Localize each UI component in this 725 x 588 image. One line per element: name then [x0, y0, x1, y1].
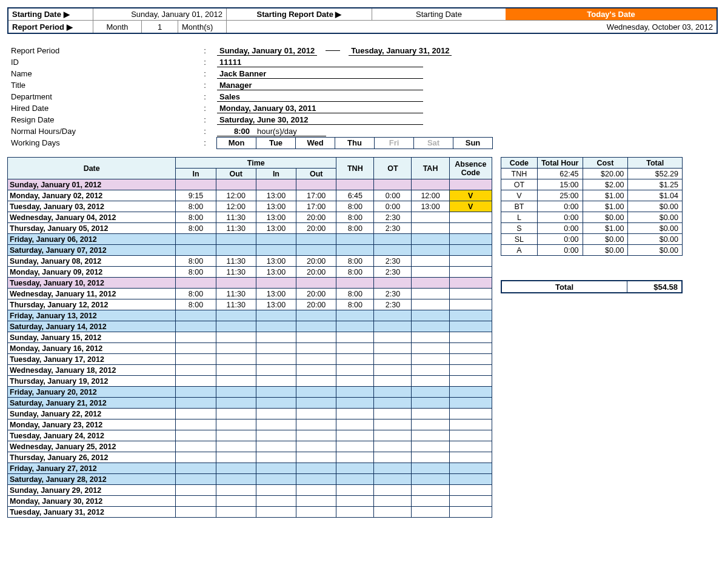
- cell-tnh[interactable]: [336, 496, 374, 507]
- cell-out1[interactable]: 11:30: [216, 223, 256, 234]
- cell-in2[interactable]: [256, 419, 296, 430]
- cell-date[interactable]: Wednesday, January 11, 2012: [8, 289, 176, 299]
- cell-out2[interactable]: [296, 419, 336, 430]
- cell-ot[interactable]: [374, 387, 412, 398]
- cell-in2[interactable]: [256, 441, 296, 452]
- cell-date[interactable]: Thursday, January 12, 2012: [8, 299, 176, 310]
- cell-tnh[interactable]: [336, 485, 374, 496]
- cell-in1[interactable]: [176, 376, 216, 387]
- cell-date[interactable]: Tuesday, January 03, 2012: [8, 201, 176, 212]
- cell-abs[interactable]: [449, 332, 492, 343]
- table-row[interactable]: Sunday, January 01, 2012: [8, 179, 492, 190]
- cell-tah[interactable]: [412, 223, 449, 234]
- cell-tnh[interactable]: [336, 179, 374, 190]
- cell-abs[interactable]: [449, 441, 492, 452]
- table-row[interactable]: Sunday, January 08, 20128:0011:3013:0020…: [8, 256, 492, 267]
- cell-out1[interactable]: 11:30: [216, 256, 256, 267]
- cell-in2[interactable]: [256, 496, 296, 507]
- cell-in1[interactable]: [176, 179, 216, 190]
- cell-in2[interactable]: [256, 343, 296, 354]
- cell-in1[interactable]: [176, 332, 216, 343]
- cell-out2[interactable]: [296, 452, 336, 463]
- cell-tah[interactable]: [412, 267, 449, 278]
- cell-ot[interactable]: 2:30: [374, 267, 412, 278]
- cell-tnh[interactable]: [336, 441, 374, 452]
- cell-out2[interactable]: [296, 485, 336, 496]
- cell-abs[interactable]: [449, 409, 492, 419]
- cell-tnh[interactable]: [336, 409, 374, 419]
- cell-tah[interactable]: 12:00: [412, 190, 449, 201]
- cell-out2[interactable]: [296, 310, 336, 321]
- cell-in1[interactable]: [176, 245, 216, 256]
- cell-ot[interactable]: [374, 354, 412, 365]
- cell-in2[interactable]: [256, 387, 296, 398]
- timesheet-table[interactable]: Date Time TNH OT TAH Absence Code In Out…: [7, 157, 492, 518]
- table-row[interactable]: Monday, January 02, 20129:1512:0013:0017…: [8, 190, 492, 201]
- cell-tnh[interactable]: [336, 343, 374, 354]
- cell-tnh[interactable]: [336, 419, 374, 430]
- cell-ot[interactable]: [374, 409, 412, 419]
- cell-in1[interactable]: [176, 278, 216, 289]
- cell-in2[interactable]: 13:00: [256, 223, 296, 234]
- wd-sun[interactable]: Sun: [453, 137, 493, 149]
- starting-date-value[interactable]: Sunday, January 01, 2012: [93, 8, 227, 21]
- cell-abs[interactable]: [449, 299, 492, 310]
- cell-ot[interactable]: [374, 278, 412, 289]
- cell-abs[interactable]: [449, 234, 492, 245]
- cell-tah[interactable]: [412, 234, 449, 245]
- cell-out1[interactable]: [216, 376, 256, 387]
- cell-ot[interactable]: 2:30: [374, 223, 412, 234]
- wd-mon[interactable]: Mon: [216, 137, 256, 149]
- info-hours-value[interactable]: 8:00hour(s)/day: [217, 127, 326, 136]
- cell-out1[interactable]: [216, 245, 256, 256]
- cell-out2[interactable]: 20:00: [296, 256, 336, 267]
- cell-out2[interactable]: [296, 496, 336, 507]
- wd-thu[interactable]: Thu: [335, 137, 375, 149]
- cell-in2[interactable]: [256, 179, 296, 190]
- cell-in1[interactable]: [176, 452, 216, 463]
- cell-date[interactable]: Wednesday, January 18, 2012: [8, 365, 176, 376]
- cell-tnh[interactable]: [336, 430, 374, 441]
- cell-out1[interactable]: 11:30: [216, 267, 256, 278]
- cell-ot[interactable]: 2:30: [374, 289, 412, 299]
- cell-in1[interactable]: [176, 398, 216, 409]
- cell-in1[interactable]: [176, 430, 216, 441]
- cell-out1[interactable]: 12:00: [216, 201, 256, 212]
- cell-date[interactable]: Saturday, January 07, 2012: [8, 245, 176, 256]
- cell-ot[interactable]: [374, 398, 412, 409]
- cell-in1[interactable]: 8:00: [176, 223, 216, 234]
- cell-ot[interactable]: [374, 234, 412, 245]
- cell-ot[interactable]: [374, 430, 412, 441]
- cell-date[interactable]: Friday, January 06, 2012: [8, 234, 176, 245]
- cell-abs[interactable]: [449, 430, 492, 441]
- cell-out1[interactable]: [216, 430, 256, 441]
- cell-out2[interactable]: [296, 376, 336, 387]
- cell-tah[interactable]: [412, 179, 449, 190]
- cell-tah[interactable]: [412, 496, 449, 507]
- cell-in2[interactable]: 13:00: [256, 201, 296, 212]
- cell-abs[interactable]: [449, 354, 492, 365]
- cell-out2[interactable]: [296, 441, 336, 452]
- cell-ot[interactable]: 2:30: [374, 256, 412, 267]
- cell-in1[interactable]: [176, 387, 216, 398]
- cell-tah[interactable]: [412, 321, 449, 332]
- cell-in1[interactable]: [176, 409, 216, 419]
- cell-in1[interactable]: [176, 507, 216, 518]
- cell-abs[interactable]: [449, 387, 492, 398]
- cell-in1[interactable]: [176, 441, 216, 452]
- cell-out2[interactable]: [296, 234, 336, 245]
- cell-tnh[interactable]: [336, 245, 374, 256]
- table-row[interactable]: Thursday, January 12, 20128:0011:3013:00…: [8, 299, 492, 310]
- table-row[interactable]: Monday, January 16, 2012: [8, 343, 492, 354]
- cell-tah[interactable]: [412, 419, 449, 430]
- cell-tnh[interactable]: [336, 354, 374, 365]
- cell-out1[interactable]: [216, 398, 256, 409]
- cell-abs[interactable]: [449, 212, 492, 223]
- cell-in2[interactable]: [256, 354, 296, 365]
- cell-in1[interactable]: [176, 419, 216, 430]
- cell-in1[interactable]: 8:00: [176, 256, 216, 267]
- cell-in1[interactable]: [176, 321, 216, 332]
- cell-in1[interactable]: 8:00: [176, 267, 216, 278]
- cell-tah[interactable]: [412, 441, 449, 452]
- cell-date[interactable]: Thursday, January 05, 2012: [8, 223, 176, 234]
